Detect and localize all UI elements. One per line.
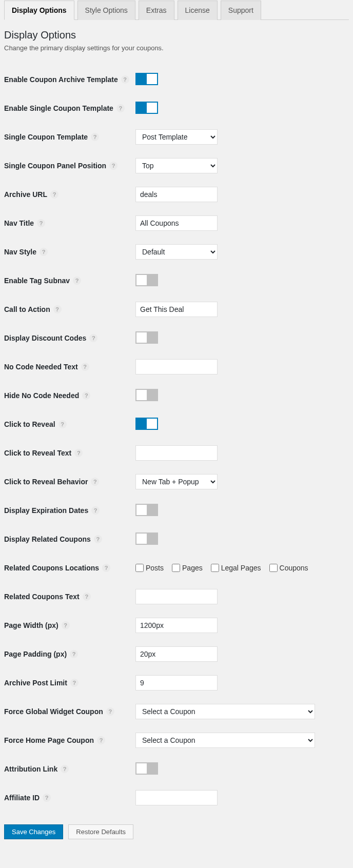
- settings-tabs: Display Options Style Options Extras Lic…: [4, 0, 349, 20]
- toggle-related-coupons[interactable]: [135, 532, 158, 545]
- label-archive-limit: Archive Post Limit: [4, 679, 67, 687]
- help-icon[interactable]: ?: [37, 219, 45, 227]
- help-icon[interactable]: ?: [91, 133, 99, 141]
- input-archive-limit[interactable]: [135, 675, 218, 691]
- help-icon[interactable]: ?: [89, 334, 97, 342]
- label-panel-position: Single Coupon Panel Position: [4, 162, 106, 170]
- tab-display-options[interactable]: Display Options: [4, 1, 74, 20]
- input-affiliate-id[interactable]: [135, 790, 218, 805]
- help-icon[interactable]: ?: [83, 593, 91, 601]
- checkbox-legal-label: Legal Pages: [221, 564, 261, 572]
- help-icon[interactable]: ?: [74, 449, 83, 457]
- toggle-display-codes[interactable]: [135, 331, 158, 344]
- page-description: Change the primary display settings for …: [4, 44, 349, 52]
- label-single-template: Single Coupon Template: [4, 133, 88, 141]
- help-icon[interactable]: ?: [50, 190, 58, 199]
- select-single-template[interactable]: Post Template: [135, 129, 218, 145]
- label-click-reveal: Click to Reveal: [4, 420, 55, 428]
- label-tag-subnav: Enable Tag Subnav: [4, 277, 70, 285]
- label-expiration: Display Expiration Dates: [4, 506, 88, 515]
- toggle-expiration[interactable]: [135, 504, 158, 516]
- page-title: Display Options: [4, 29, 349, 41]
- checkbox-coupons[interactable]: [269, 564, 278, 572]
- help-icon[interactable]: ?: [70, 650, 78, 658]
- tab-support[interactable]: Support: [221, 1, 261, 20]
- label-related-coupons: Display Related Coupons: [4, 535, 91, 543]
- restore-button[interactable]: Restore Defaults: [68, 824, 133, 839]
- select-force-global[interactable]: Select a Coupon: [135, 704, 315, 719]
- help-icon[interactable]: ?: [102, 564, 110, 572]
- label-archive-url: Archive URL: [4, 190, 47, 199]
- checkbox-posts[interactable]: [135, 564, 144, 572]
- input-click-reveal-text[interactable]: [135, 445, 218, 461]
- label-hide-no-code: Hide No Code Needed: [4, 391, 79, 400]
- toggle-enable-archive[interactable]: [135, 73, 158, 85]
- checkbox-legal[interactable]: [211, 564, 219, 572]
- toggle-attribution[interactable]: [135, 762, 158, 775]
- help-icon[interactable]: ?: [53, 305, 62, 313]
- help-icon[interactable]: ?: [106, 707, 114, 716]
- toggle-click-reveal[interactable]: [135, 418, 158, 430]
- label-display-codes: Display Discount Codes: [4, 334, 86, 342]
- label-affiliate-id: Affiliate ID: [4, 794, 40, 802]
- input-nav-title[interactable]: [135, 215, 218, 231]
- select-force-home[interactable]: Select a Coupon: [135, 733, 315, 748]
- help-icon[interactable]: ?: [73, 277, 81, 285]
- input-page-width[interactable]: [135, 618, 218, 633]
- label-nav-title: Nav Title: [4, 219, 34, 227]
- label-force-global: Force Global Widget Coupon: [4, 707, 103, 716]
- input-archive-url[interactable]: [135, 187, 218, 202]
- label-force-home: Force Home Page Coupon: [4, 736, 94, 744]
- checkbox-coupons-label: Coupons: [280, 564, 308, 572]
- label-related-text: Related Coupons Text: [4, 593, 80, 601]
- help-icon[interactable]: ?: [81, 363, 89, 371]
- input-no-code-text[interactable]: [135, 359, 218, 374]
- tab-license[interactable]: License: [178, 1, 218, 20]
- select-nav-style[interactable]: Default: [135, 244, 218, 260]
- help-icon[interactable]: ?: [40, 248, 48, 256]
- select-click-reveal-behavior[interactable]: New Tab + Popup: [135, 474, 218, 489]
- label-no-code-text: No Code Needed Text: [4, 363, 78, 371]
- help-icon[interactable]: ?: [82, 391, 90, 400]
- help-icon[interactable]: ?: [91, 478, 99, 486]
- help-icon[interactable]: ?: [43, 794, 51, 802]
- label-enable-single: Enable Single Coupon Template: [4, 104, 113, 112]
- help-icon[interactable]: ?: [109, 162, 117, 170]
- input-page-padding[interactable]: [135, 646, 218, 662]
- help-icon[interactable]: ?: [116, 104, 125, 112]
- label-nav-style: Nav Style: [4, 248, 36, 256]
- checkbox-pages[interactable]: [172, 564, 180, 572]
- save-button[interactable]: Save Changes: [4, 824, 63, 839]
- help-icon[interactable]: ?: [97, 736, 105, 744]
- label-cta: Call to Action: [4, 305, 50, 313]
- help-icon[interactable]: ?: [121, 75, 129, 84]
- label-related-locations: Related Coupons Locations: [4, 564, 99, 572]
- help-icon[interactable]: ?: [91, 506, 100, 515]
- help-icon[interactable]: ?: [94, 535, 102, 543]
- help-icon[interactable]: ?: [62, 621, 70, 629]
- select-panel-position[interactable]: Top: [135, 158, 218, 173]
- toggle-tag-subnav[interactable]: [135, 274, 158, 286]
- input-related-text[interactable]: [135, 589, 218, 604]
- label-page-width: Page Width (px): [4, 621, 58, 629]
- toggle-hide-no-code[interactable]: [135, 389, 158, 401]
- checkbox-posts-label: Posts: [146, 564, 164, 572]
- label-click-reveal-behavior: Click to Reveal Behavior: [4, 478, 88, 486]
- help-icon[interactable]: ?: [61, 765, 69, 773]
- input-cta[interactable]: [135, 302, 218, 317]
- help-icon[interactable]: ?: [58, 420, 67, 428]
- label-page-padding: Page Padding (px): [4, 650, 67, 658]
- label-enable-archive: Enable Coupon Archive Template: [4, 75, 118, 84]
- tab-style-options[interactable]: Style Options: [77, 1, 135, 20]
- help-icon[interactable]: ?: [70, 679, 79, 687]
- label-click-reveal-text: Click to Reveal Text: [4, 449, 71, 457]
- checkbox-pages-label: Pages: [182, 564, 203, 572]
- label-attribution: Attribution Link: [4, 765, 57, 773]
- toggle-enable-single[interactable]: [135, 102, 158, 114]
- tab-extras[interactable]: Extras: [139, 1, 174, 20]
